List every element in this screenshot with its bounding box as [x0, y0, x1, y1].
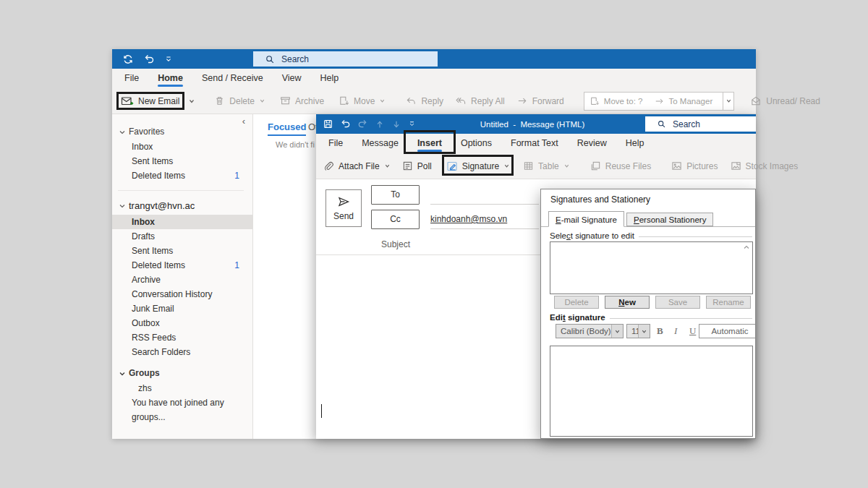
- up-arrow-icon[interactable]: [375, 119, 385, 129]
- sidebar-item-sent-items[interactable]: Sent Items: [112, 244, 252, 258]
- to-field[interactable]: [430, 204, 539, 205]
- tab-message[interactable]: Message: [352, 134, 408, 153]
- font-color-select[interactable]: Automatic: [699, 324, 756, 338]
- sidebar-item-deleted-items[interactable]: Deleted Items1: [112, 258, 252, 273]
- sidebar-item-group-zhs[interactable]: zhs: [112, 381, 252, 395]
- tab-options[interactable]: Options: [451, 134, 501, 153]
- cc-field[interactable]: [430, 228, 539, 229]
- collapse-folder-pane-icon[interactable]: ‹: [242, 116, 245, 127]
- sidebar-item-drafts[interactable]: Drafts: [112, 229, 252, 244]
- undo-icon[interactable]: [340, 119, 351, 129]
- edit-signature-label: Edit signature: [550, 313, 752, 322]
- move-button[interactable]: Move: [339, 95, 386, 106]
- tab-review[interactable]: Review: [568, 134, 616, 153]
- signature-list[interactable]: [550, 241, 753, 294]
- forward-button[interactable]: Forward: [517, 95, 564, 106]
- attach-file-button[interactable]: Attach File: [323, 160, 391, 171]
- quick-steps-gallery[interactable]: Move to: ? To Manager: [584, 92, 734, 111]
- tab-home[interactable]: Home: [148, 69, 192, 88]
- table-label: Table: [538, 161, 559, 171]
- undo-icon[interactable]: [143, 53, 155, 65]
- send-receive-icon[interactable]: [122, 53, 134, 65]
- stock-images-button[interactable]: Stock Images: [731, 160, 799, 171]
- poll-button[interactable]: Poll: [402, 160, 432, 171]
- text-cursor: [321, 404, 322, 418]
- compose-search-box[interactable]: [645, 116, 756, 132]
- tab-help[interactable]: Help: [311, 69, 349, 88]
- delete-button[interactable]: Delete: [214, 95, 265, 106]
- tab-file[interactable]: File: [319, 134, 352, 153]
- new-signature-button[interactable]: New: [605, 296, 650, 309]
- delete-signature-button[interactable]: Delete: [554, 296, 599, 309]
- tab-format-text[interactable]: Format Text: [501, 134, 568, 153]
- stock-images-label: Stock Images: [746, 161, 799, 171]
- to-button[interactable]: To: [371, 185, 420, 205]
- chevron-down-icon: [563, 163, 570, 169]
- rename-signature-button[interactable]: Rename: [706, 296, 751, 309]
- cc-recipient[interactable]: kinhdoanh@mso.vn: [430, 214, 507, 224]
- customize-toolbar-icon[interactable]: [164, 55, 173, 64]
- sidebar-item-inbox[interactable]: Inbox: [112, 215, 252, 229]
- sidebar-item-junk-email[interactable]: Junk Email: [112, 301, 252, 316]
- chevron-down-icon: [503, 163, 510, 169]
- down-arrow-icon[interactable]: [391, 119, 401, 129]
- search-input[interactable]: [281, 54, 438, 64]
- font-name-select[interactable]: Calibri (Body): [556, 324, 624, 338]
- tab-help[interactable]: Help: [616, 134, 654, 153]
- send-button[interactable]: Send: [326, 189, 362, 227]
- save-signature-button[interactable]: Save: [655, 296, 700, 309]
- sidebar-item-conversation-history[interactable]: Conversation History: [112, 287, 252, 301]
- chevron-down-icon: [259, 98, 265, 104]
- reuse-files-button[interactable]: Reuse Files: [590, 160, 651, 171]
- reply-all-button[interactable]: Reply All: [456, 95, 505, 106]
- new-email-dropdown-icon[interactable]: [188, 98, 195, 105]
- poll-label: Poll: [417, 161, 432, 171]
- signature-edit-area[interactable]: [550, 346, 753, 437]
- chevron-down-icon: [119, 370, 126, 377]
- main-ribbon-commands: New Email Delete Archive: [112, 88, 756, 114]
- archive-button[interactable]: Archive: [280, 95, 324, 106]
- table-button[interactable]: Table: [523, 160, 570, 171]
- sidebar-item-favorites-inbox[interactable]: Inbox: [112, 140, 252, 154]
- favorites-header[interactable]: Favorites: [112, 124, 252, 140]
- tab-insert[interactable]: Insert: [408, 134, 451, 153]
- redo-icon[interactable]: [357, 119, 368, 129]
- send-label: Send: [333, 211, 354, 221]
- sidebar-item-favorites-deleted[interactable]: Deleted Items1: [112, 168, 252, 183]
- account-header[interactable]: trangvt@hvn.ac: [112, 197, 252, 215]
- unread-count-badge: 1: [234, 168, 239, 183]
- tab-send-receive[interactable]: Send / Receive: [192, 69, 273, 88]
- tab-file[interactable]: File: [115, 69, 148, 88]
- sidebar-item-rss-feeds[interactable]: RSS Feeds: [112, 330, 252, 345]
- tab-view[interactable]: View: [273, 69, 311, 88]
- signature-button[interactable]: Signature: [446, 160, 510, 172]
- scroll-up-icon[interactable]: [743, 244, 750, 250]
- bold-button[interactable]: B: [657, 325, 663, 337]
- sidebar-item-archive[interactable]: Archive: [112, 273, 252, 287]
- main-search-box[interactable]: [253, 51, 438, 67]
- customize-toolbar-icon[interactable]: [408, 120, 416, 128]
- forward-label: Forward: [532, 96, 564, 106]
- italic-button[interactable]: I: [674, 325, 677, 337]
- cc-button[interactable]: Cc: [371, 210, 420, 229]
- tab-focused[interactable]: Focused: [268, 121, 306, 132]
- pictures-button[interactable]: Pictures: [671, 160, 718, 171]
- quick-steps-dropdown-icon[interactable]: [723, 93, 733, 110]
- groups-header[interactable]: Groups: [112, 366, 252, 381]
- unread-read-button[interactable]: Unread/ Read: [750, 95, 820, 106]
- sidebar-item-favorites-sent[interactable]: Sent Items: [112, 154, 252, 168]
- tab-personal-stationery[interactable]: Personal Stationery: [626, 213, 713, 226]
- reply-button[interactable]: Reply: [406, 95, 443, 106]
- underline-button[interactable]: U: [689, 325, 696, 337]
- font-size-select[interactable]: 11: [626, 324, 650, 338]
- save-icon[interactable]: [323, 119, 333, 129]
- search-input[interactable]: [673, 119, 756, 129]
- new-email-button[interactable]: New Email: [121, 95, 179, 107]
- tab-email-signature[interactable]: E-mail Signature: [548, 211, 624, 227]
- sidebar-item-search-folders[interactable]: Search Folders: [112, 345, 252, 359]
- account-label: trangvt@hvn.ac: [129, 197, 195, 215]
- signature-icon: [446, 160, 458, 172]
- new-email-label: New Email: [138, 96, 179, 106]
- main-title-bar: [112, 49, 756, 69]
- sidebar-item-outbox[interactable]: Outbox: [112, 316, 252, 330]
